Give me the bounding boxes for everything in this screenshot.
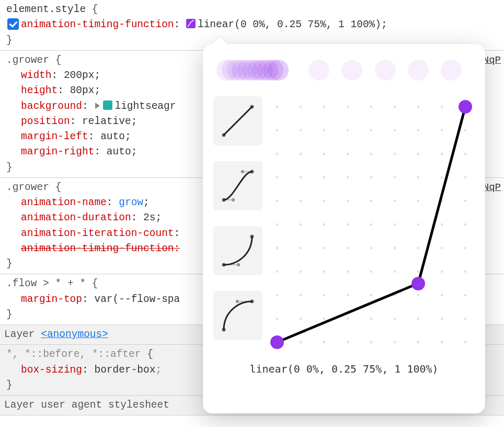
svg-point-87 — [464, 271, 466, 273]
svg-point-100 — [347, 318, 349, 320]
svg-point-80 — [300, 271, 302, 273]
svg-point-67 — [417, 223, 419, 226]
svg-point-44 — [300, 176, 302, 178]
preview-ball — [375, 60, 396, 81]
svg-point-108 — [323, 341, 325, 343]
svg-point-18 — [323, 106, 325, 108]
svg-point-17 — [300, 106, 302, 108]
preview-ball — [308, 60, 329, 81]
rule-element-style[interactable]: element.style { animation-timing-functio… — [0, 0, 504, 51]
svg-point-94 — [417, 294, 419, 296]
curve-handle[interactable] — [411, 277, 425, 290]
preview-ball — [268, 60, 289, 81]
svg-point-101 — [370, 318, 372, 320]
svg-point-28 — [347, 129, 349, 131]
svg-point-19 — [347, 106, 349, 108]
svg-point-114 — [464, 341, 466, 343]
easing-editor-popover: linear(0 0%, 0.25 75%, 1 100%) — [203, 44, 485, 413]
svg-point-77 — [441, 247, 443, 249]
svg-point-73 — [347, 247, 349, 249]
svg-point-58 — [417, 200, 419, 202]
preset-ease-in-out[interactable] — [213, 161, 262, 210]
svg-point-72 — [323, 247, 325, 249]
svg-point-65 — [370, 223, 372, 226]
svg-point-79 — [276, 271, 278, 273]
svg-point-68 — [441, 223, 443, 226]
svg-point-53 — [300, 200, 302, 202]
svg-point-111 — [394, 341, 396, 343]
svg-point-98 — [300, 318, 302, 320]
svg-point-43 — [276, 176, 278, 178]
svg-point-69 — [464, 223, 466, 226]
selector: .flow > * + * — [6, 278, 86, 289]
svg-point-63 — [323, 223, 325, 226]
svg-point-84 — [394, 271, 396, 273]
svg-point-70 — [276, 247, 278, 249]
svg-point-92 — [370, 294, 372, 296]
svg-point-51 — [464, 176, 466, 178]
svg-point-76 — [417, 247, 419, 249]
svg-point-33 — [464, 129, 466, 131]
svg-point-99 — [323, 318, 325, 320]
svg-point-21 — [394, 106, 396, 108]
curve-handle[interactable] — [270, 335, 284, 349]
svg-point-31 — [417, 129, 419, 131]
source-link[interactable]: NqP — [483, 180, 501, 195]
svg-point-30 — [394, 129, 396, 131]
svg-point-34 — [276, 153, 278, 155]
svg-point-35 — [300, 153, 302, 155]
source-link[interactable]: NqP — [483, 53, 501, 68]
svg-point-38 — [370, 153, 372, 155]
svg-point-109 — [347, 341, 349, 343]
preview-ball — [341, 60, 362, 81]
svg-point-66 — [394, 223, 396, 226]
preview-ball — [408, 60, 429, 81]
svg-point-110 — [370, 341, 372, 343]
svg-point-32 — [441, 129, 443, 131]
svg-point-71 — [300, 247, 302, 249]
declaration-row[interactable]: animation-timing-function: linear(0 0%, … — [6, 17, 501, 32]
preset-ease-in[interactable] — [213, 226, 262, 275]
svg-point-107 — [300, 341, 302, 343]
svg-point-112 — [417, 341, 419, 343]
svg-point-62 — [300, 223, 302, 226]
svg-point-36 — [323, 153, 325, 155]
svg-point-61 — [276, 223, 278, 226]
svg-point-27 — [323, 129, 325, 131]
svg-point-90 — [323, 294, 325, 296]
svg-point-20 — [370, 106, 372, 108]
preset-linear[interactable] — [213, 96, 262, 145]
svg-point-23 — [441, 106, 443, 108]
svg-point-25 — [276, 129, 278, 131]
curve-handle[interactable] — [459, 100, 472, 114]
svg-point-89 — [300, 294, 302, 296]
svg-point-60 — [464, 200, 466, 202]
expand-icon[interactable] — [95, 103, 100, 109]
svg-point-22 — [417, 106, 419, 108]
svg-point-97 — [276, 318, 278, 320]
svg-point-78 — [464, 247, 466, 249]
selector: element.style — [6, 4, 86, 15]
svg-point-46 — [347, 176, 349, 178]
svg-point-81 — [323, 271, 325, 273]
color-swatch-icon[interactable] — [103, 100, 112, 110]
easing-swatch-icon[interactable] — [186, 19, 196, 28]
svg-point-96 — [464, 294, 466, 296]
svg-point-45 — [323, 176, 325, 178]
svg-point-75 — [394, 247, 396, 249]
svg-point-42 — [464, 153, 466, 155]
toggle-declaration-checkbox[interactable] — [7, 18, 19, 30]
selector: *, *::before, *::after — [6, 349, 141, 360]
svg-point-39 — [394, 153, 396, 155]
svg-point-102 — [394, 318, 396, 320]
layer-link[interactable]: <anonymous> — [41, 329, 108, 340]
preset-list — [213, 96, 262, 353]
svg-point-83 — [370, 271, 372, 273]
property-name: animation-timing-function — [21, 19, 174, 30]
curve-editor[interactable] — [272, 96, 475, 353]
selector: .grower — [6, 182, 49, 193]
property-value[interactable]: linear(0 0%, 0.25 75%, 1 100%) — [198, 19, 381, 30]
preset-ease-out[interactable] — [213, 291, 262, 340]
svg-point-49 — [417, 176, 419, 178]
svg-point-29 — [370, 129, 372, 131]
